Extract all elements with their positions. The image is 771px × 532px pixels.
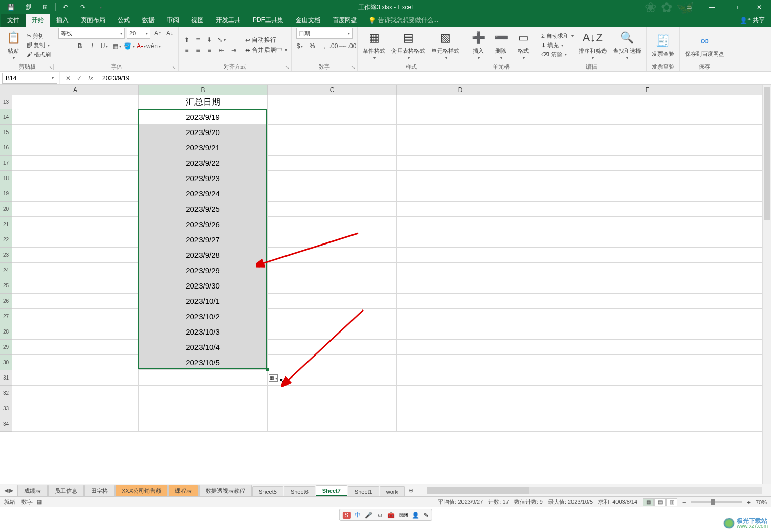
cell[interactable] [12, 278, 139, 294]
row-header[interactable]: 26 [0, 294, 12, 309]
cell[interactable]: 2023/9/27 [139, 232, 268, 248]
close-icon[interactable]: ✕ [747, 0, 771, 14]
sheet-nav-next[interactable]: ▶ [9, 487, 13, 494]
zoom-slider[interactable] [691, 501, 742, 503]
cell[interactable]: 2023/9/26 [139, 217, 268, 232]
cell[interactable] [12, 156, 139, 171]
format-cells-button[interactable]: ▭格式▾ [513, 29, 534, 61]
row-header[interactable]: 27 [0, 309, 12, 324]
row-header[interactable]: 20 [0, 202, 12, 217]
decrease-decimal[interactable]: ←.00 [344, 41, 354, 51]
number-dialog-launcher[interactable]: ↘ [350, 64, 356, 70]
tab-file[interactable]: 文件 [1, 14, 26, 27]
cell[interactable] [12, 263, 139, 278]
delete-cells-button[interactable]: ➖删除▾ [491, 29, 511, 61]
add-sheet-button[interactable]: ⊕ [405, 487, 417, 494]
tab-home[interactable]: 开始 [26, 14, 50, 27]
view-normal-icon[interactable]: ▦ [643, 498, 654, 506]
row-header[interactable]: 34 [0, 416, 12, 432]
cell[interactable] [139, 416, 268, 432]
cell[interactable] [397, 232, 524, 248]
sheet-tab[interactable]: 田字格 [84, 485, 115, 496]
cell[interactable]: 2023/9/30 [139, 278, 268, 294]
name-box[interactable]: B14▾ [2, 73, 57, 84]
sheet-tab[interactable]: 课程表 [168, 485, 199, 496]
select-all-corner[interactable] [0, 85, 12, 95]
sheet-tab[interactable]: work [380, 486, 405, 496]
cell[interactable] [12, 125, 139, 140]
cell[interactable] [268, 217, 397, 232]
view-page-break-icon[interactable]: ▥ [666, 498, 677, 506]
cell[interactable] [268, 95, 397, 109]
paste-button[interactable]: 📋粘贴▾ [3, 29, 24, 61]
find-select-button[interactable]: 🔍查找和选择▾ [611, 29, 643, 61]
sheet-tab[interactable]: 数据透视表教程 [199, 485, 252, 496]
minimize-icon[interactable]: — [700, 0, 724, 14]
cell[interactable] [524, 294, 771, 309]
cell[interactable] [12, 416, 139, 432]
cell[interactable] [524, 401, 771, 416]
cell[interactable] [268, 294, 397, 309]
sheet-tab[interactable]: Sheet7 [316, 485, 347, 496]
cell[interactable] [268, 370, 397, 386]
cell[interactable] [268, 186, 397, 202]
row-header[interactable]: 22 [0, 232, 12, 248]
cell[interactable] [524, 156, 771, 171]
cell[interactable] [12, 386, 139, 401]
cell[interactable] [12, 95, 139, 109]
cell[interactable] [397, 324, 524, 340]
fill-color-button[interactable]: 🪣▾ [124, 41, 134, 51]
tab-jinshan[interactable]: 金山文档 [290, 14, 326, 27]
cell[interactable] [397, 186, 524, 202]
cell[interactable] [524, 109, 771, 125]
cell[interactable] [12, 401, 139, 416]
cell[interactable] [524, 248, 771, 263]
cell[interactable] [524, 171, 771, 186]
cell[interactable] [268, 156, 397, 171]
comma-button[interactable]: , [319, 41, 329, 51]
row-header[interactable]: 18 [0, 171, 12, 186]
align-left[interactable]: ≡ [182, 45, 192, 55]
cell[interactable] [397, 370, 524, 386]
cell[interactable] [268, 171, 397, 186]
cell[interactable]: 2023/9/23 [139, 171, 268, 186]
cell[interactable] [524, 386, 771, 401]
font-color-button[interactable]: A▾ [136, 41, 146, 51]
tab-data[interactable]: 数据 [136, 14, 161, 27]
font-size-combo[interactable]: 20▾ [127, 28, 150, 39]
cell[interactable] [524, 340, 771, 355]
cell[interactable]: 2023/9/19 [139, 109, 268, 125]
cell[interactable] [524, 263, 771, 278]
cell[interactable] [524, 202, 771, 217]
ime-keyboard-icon[interactable]: ⌨ [399, 512, 408, 519]
cell[interactable]: 2023/9/20 [139, 125, 268, 140]
alignment-dialog-launcher[interactable]: ↘ [284, 64, 290, 70]
format-as-table-button[interactable]: ▤套用表格格式▾ [389, 29, 427, 61]
tab-insert[interactable]: 插入 [50, 14, 75, 27]
border-button[interactable]: ▦▾ [112, 41, 122, 51]
cell[interactable] [12, 294, 139, 309]
sheet-tab[interactable]: Sheet5 [252, 486, 283, 496]
cell[interactable] [397, 248, 524, 263]
cell[interactable] [397, 386, 524, 401]
align-center[interactable]: ≡ [193, 45, 203, 55]
ime-lang[interactable]: 中 [355, 511, 361, 519]
row-header[interactable]: 30 [0, 355, 12, 370]
cell[interactable] [12, 171, 139, 186]
cell[interactable] [12, 186, 139, 202]
row-header[interactable]: 16 [0, 140, 12, 156]
cell[interactable]: 2023/10/1 [139, 294, 268, 309]
cell[interactable] [268, 401, 397, 416]
cell[interactable] [397, 140, 524, 156]
ime-face-icon[interactable]: ☺ [377, 512, 383, 519]
cell[interactable] [397, 171, 524, 186]
row-header[interactable]: 33 [0, 401, 12, 416]
cell[interactable]: 汇总日期 [139, 95, 268, 109]
align-middle[interactable]: ≡ [193, 35, 203, 45]
cell[interactable] [268, 140, 397, 156]
tab-view[interactable]: 视图 [185, 14, 210, 27]
vertical-scrollbar[interactable] [762, 85, 771, 484]
fx-icon[interactable]: fx [85, 75, 96, 82]
cell-styles-button[interactable]: ▧单元格样式▾ [429, 29, 461, 61]
enter-formula-icon[interactable]: ✓ [74, 75, 84, 82]
